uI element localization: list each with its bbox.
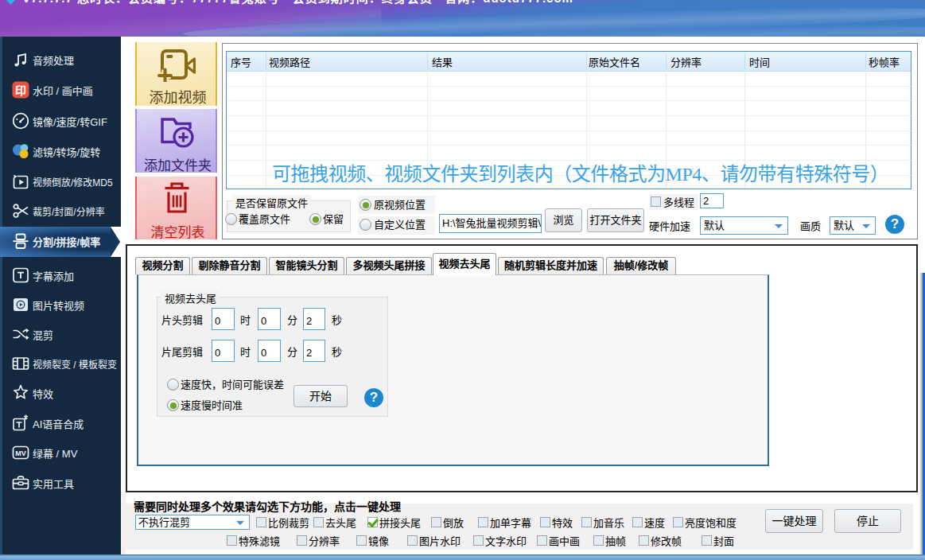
svg-text:MV: MV — [15, 449, 26, 457]
svg-text:印: 印 — [15, 84, 26, 97]
